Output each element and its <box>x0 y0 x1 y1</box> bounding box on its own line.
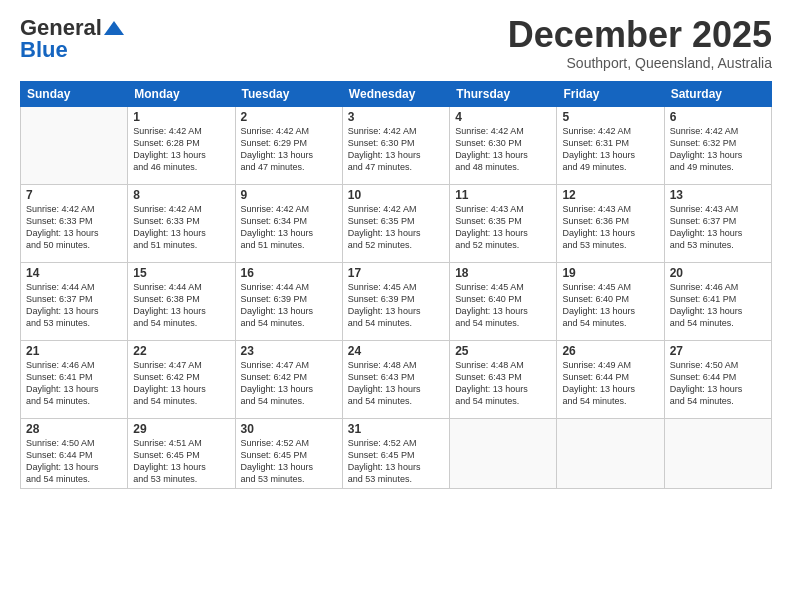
day-number: 22 <box>133 344 229 358</box>
day-info: Sunrise: 4:44 AM Sunset: 6:38 PM Dayligh… <box>133 281 229 330</box>
calendar-cell: 6Sunrise: 4:42 AM Sunset: 6:32 PM Daylig… <box>664 106 771 184</box>
svg-marker-0 <box>104 21 124 35</box>
day-info: Sunrise: 4:42 AM Sunset: 6:34 PM Dayligh… <box>241 203 337 252</box>
day-info: Sunrise: 4:42 AM Sunset: 6:33 PM Dayligh… <box>26 203 122 252</box>
calendar-cell: 20Sunrise: 4:46 AM Sunset: 6:41 PM Dayli… <box>664 262 771 340</box>
calendar-cell: 9Sunrise: 4:42 AM Sunset: 6:34 PM Daylig… <box>235 184 342 262</box>
calendar-cell <box>664 418 771 489</box>
calendar-cell: 22Sunrise: 4:47 AM Sunset: 6:42 PM Dayli… <box>128 340 235 418</box>
day-number: 29 <box>133 422 229 436</box>
calendar-cell: 11Sunrise: 4:43 AM Sunset: 6:35 PM Dayli… <box>450 184 557 262</box>
calendar-cell: 16Sunrise: 4:44 AM Sunset: 6:39 PM Dayli… <box>235 262 342 340</box>
day-info: Sunrise: 4:45 AM Sunset: 6:40 PM Dayligh… <box>455 281 551 330</box>
day-info: Sunrise: 4:43 AM Sunset: 6:36 PM Dayligh… <box>562 203 658 252</box>
calendar-page: General Blue December 2025 Southport, Qu… <box>0 0 792 612</box>
calendar-cell: 12Sunrise: 4:43 AM Sunset: 6:36 PM Dayli… <box>557 184 664 262</box>
calendar-cell: 4Sunrise: 4:42 AM Sunset: 6:30 PM Daylig… <box>450 106 557 184</box>
day-number: 17 <box>348 266 444 280</box>
day-info: Sunrise: 4:42 AM Sunset: 6:28 PM Dayligh… <box>133 125 229 174</box>
location-subtitle: Southport, Queensland, Australia <box>508 55 772 71</box>
calendar-cell <box>21 106 128 184</box>
calendar-cell: 29Sunrise: 4:51 AM Sunset: 6:45 PM Dayli… <box>128 418 235 489</box>
weekday-header-thursday: Thursday <box>450 81 557 106</box>
day-number: 8 <box>133 188 229 202</box>
day-info: Sunrise: 4:48 AM Sunset: 6:43 PM Dayligh… <box>348 359 444 408</box>
day-number: 16 <box>241 266 337 280</box>
day-number: 23 <box>241 344 337 358</box>
calendar-cell: 1Sunrise: 4:42 AM Sunset: 6:28 PM Daylig… <box>128 106 235 184</box>
calendar-cell: 25Sunrise: 4:48 AM Sunset: 6:43 PM Dayli… <box>450 340 557 418</box>
calendar-cell <box>450 418 557 489</box>
calendar-table: SundayMondayTuesdayWednesdayThursdayFrid… <box>20 81 772 490</box>
calendar-cell: 8Sunrise: 4:42 AM Sunset: 6:33 PM Daylig… <box>128 184 235 262</box>
day-number: 4 <box>455 110 551 124</box>
day-number: 5 <box>562 110 658 124</box>
day-info: Sunrise: 4:47 AM Sunset: 6:42 PM Dayligh… <box>133 359 229 408</box>
week-row-3: 14Sunrise: 4:44 AM Sunset: 6:37 PM Dayli… <box>21 262 772 340</box>
month-title: December 2025 <box>508 15 772 55</box>
day-number: 1 <box>133 110 229 124</box>
weekday-header-row: SundayMondayTuesdayWednesdayThursdayFrid… <box>21 81 772 106</box>
calendar-cell: 2Sunrise: 4:42 AM Sunset: 6:29 PM Daylig… <box>235 106 342 184</box>
day-number: 9 <box>241 188 337 202</box>
calendar-cell: 14Sunrise: 4:44 AM Sunset: 6:37 PM Dayli… <box>21 262 128 340</box>
day-number: 2 <box>241 110 337 124</box>
calendar-cell: 15Sunrise: 4:44 AM Sunset: 6:38 PM Dayli… <box>128 262 235 340</box>
weekday-header-friday: Friday <box>557 81 664 106</box>
day-info: Sunrise: 4:42 AM Sunset: 6:35 PM Dayligh… <box>348 203 444 252</box>
day-number: 21 <box>26 344 122 358</box>
calendar-cell: 19Sunrise: 4:45 AM Sunset: 6:40 PM Dayli… <box>557 262 664 340</box>
weekday-header-sunday: Sunday <box>21 81 128 106</box>
calendar-cell: 13Sunrise: 4:43 AM Sunset: 6:37 PM Dayli… <box>664 184 771 262</box>
day-number: 15 <box>133 266 229 280</box>
day-info: Sunrise: 4:42 AM Sunset: 6:31 PM Dayligh… <box>562 125 658 174</box>
weekday-header-monday: Monday <box>128 81 235 106</box>
day-info: Sunrise: 4:44 AM Sunset: 6:39 PM Dayligh… <box>241 281 337 330</box>
day-info: Sunrise: 4:43 AM Sunset: 6:37 PM Dayligh… <box>670 203 766 252</box>
calendar-cell: 21Sunrise: 4:46 AM Sunset: 6:41 PM Dayli… <box>21 340 128 418</box>
day-info: Sunrise: 4:52 AM Sunset: 6:45 PM Dayligh… <box>348 437 444 486</box>
day-number: 28 <box>26 422 122 436</box>
day-info: Sunrise: 4:43 AM Sunset: 6:35 PM Dayligh… <box>455 203 551 252</box>
calendar-cell: 10Sunrise: 4:42 AM Sunset: 6:35 PM Dayli… <box>342 184 449 262</box>
day-number: 18 <box>455 266 551 280</box>
logo-icon <box>104 19 124 37</box>
day-info: Sunrise: 4:42 AM Sunset: 6:30 PM Dayligh… <box>348 125 444 174</box>
day-number: 31 <box>348 422 444 436</box>
calendar-cell: 24Sunrise: 4:48 AM Sunset: 6:43 PM Dayli… <box>342 340 449 418</box>
weekday-header-wednesday: Wednesday <box>342 81 449 106</box>
calendar-cell: 31Sunrise: 4:52 AM Sunset: 6:45 PM Dayli… <box>342 418 449 489</box>
calendar-cell: 3Sunrise: 4:42 AM Sunset: 6:30 PM Daylig… <box>342 106 449 184</box>
day-number: 26 <box>562 344 658 358</box>
logo: General Blue <box>20 15 126 63</box>
day-number: 3 <box>348 110 444 124</box>
day-number: 24 <box>348 344 444 358</box>
calendar-cell: 18Sunrise: 4:45 AM Sunset: 6:40 PM Dayli… <box>450 262 557 340</box>
day-info: Sunrise: 4:47 AM Sunset: 6:42 PM Dayligh… <box>241 359 337 408</box>
title-block: December 2025 Southport, Queensland, Aus… <box>508 15 772 71</box>
calendar-cell <box>557 418 664 489</box>
day-info: Sunrise: 4:50 AM Sunset: 6:44 PM Dayligh… <box>26 437 122 486</box>
calendar-cell: 27Sunrise: 4:50 AM Sunset: 6:44 PM Dayli… <box>664 340 771 418</box>
week-row-4: 21Sunrise: 4:46 AM Sunset: 6:41 PM Dayli… <box>21 340 772 418</box>
day-number: 11 <box>455 188 551 202</box>
day-number: 13 <box>670 188 766 202</box>
day-number: 25 <box>455 344 551 358</box>
header: General Blue December 2025 Southport, Qu… <box>20 15 772 71</box>
day-number: 12 <box>562 188 658 202</box>
day-info: Sunrise: 4:46 AM Sunset: 6:41 PM Dayligh… <box>670 281 766 330</box>
calendar-cell: 7Sunrise: 4:42 AM Sunset: 6:33 PM Daylig… <box>21 184 128 262</box>
day-info: Sunrise: 4:42 AM Sunset: 6:32 PM Dayligh… <box>670 125 766 174</box>
day-info: Sunrise: 4:42 AM Sunset: 6:30 PM Dayligh… <box>455 125 551 174</box>
day-info: Sunrise: 4:42 AM Sunset: 6:29 PM Dayligh… <box>241 125 337 174</box>
week-row-5: 28Sunrise: 4:50 AM Sunset: 6:44 PM Dayli… <box>21 418 772 489</box>
logo-blue: Blue <box>20 37 68 63</box>
calendar-cell: 17Sunrise: 4:45 AM Sunset: 6:39 PM Dayli… <box>342 262 449 340</box>
day-number: 20 <box>670 266 766 280</box>
day-info: Sunrise: 4:45 AM Sunset: 6:39 PM Dayligh… <box>348 281 444 330</box>
day-info: Sunrise: 4:44 AM Sunset: 6:37 PM Dayligh… <box>26 281 122 330</box>
day-number: 14 <box>26 266 122 280</box>
day-info: Sunrise: 4:42 AM Sunset: 6:33 PM Dayligh… <box>133 203 229 252</box>
day-info: Sunrise: 4:49 AM Sunset: 6:44 PM Dayligh… <box>562 359 658 408</box>
day-info: Sunrise: 4:50 AM Sunset: 6:44 PM Dayligh… <box>670 359 766 408</box>
